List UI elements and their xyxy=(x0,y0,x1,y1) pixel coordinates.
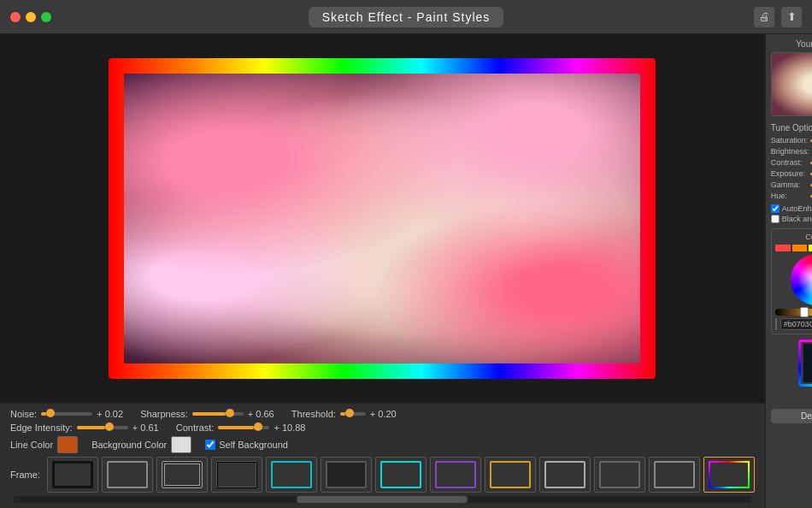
black-and-white-checkbox[interactable] xyxy=(771,215,780,223)
baby-photo xyxy=(124,74,640,363)
line-color-swatch[interactable] xyxy=(57,436,78,453)
rainbow-frame xyxy=(109,58,656,379)
contrast-label: Contrast: xyxy=(176,422,215,433)
frame-thumb-2[interactable] xyxy=(156,457,208,493)
controls-row-1: Noise: + 0.02 Sharpness: + 0.66 xyxy=(10,409,755,419)
self-background-group: Self Background xyxy=(205,440,288,450)
saturation-label: Saturation: xyxy=(771,136,809,145)
gamma-control: Gamma: + 0.81 xyxy=(771,180,812,189)
edge-intensity-slider[interactable] xyxy=(77,426,128,429)
frame-thumb-10[interactable] xyxy=(594,457,645,493)
bottom-controls: Noise: + 0.02 Sharpness: + 0.66 xyxy=(0,403,765,508)
frame-thumb-8[interactable] xyxy=(485,457,536,493)
background-color-label: Background Color xyxy=(91,440,167,450)
threshold-label: Threshold: xyxy=(291,409,336,419)
contrast-value: + 10.88 xyxy=(274,422,305,433)
noise-control: Noise: + 0.02 xyxy=(10,409,127,419)
rainbow-frame-inner xyxy=(124,74,640,363)
hue-control: Hue: - 3.14 xyxy=(771,192,812,200)
frame-thumb-5[interactable] xyxy=(321,457,372,493)
titlebar: Sketch Effect - Paint Styles 🖨 ⬆ xyxy=(0,0,812,34)
sharpness-slider[interactable] xyxy=(192,412,244,416)
colors-section: Colors xyxy=(771,228,812,334)
right-panel: Your photo + Tune Options Saturation: + … xyxy=(765,34,812,508)
color-swatch-yellow[interactable] xyxy=(809,245,812,251)
color-wheel[interactable] xyxy=(791,254,812,305)
frame-row: Frame: xyxy=(10,457,755,493)
frame-thumb-4[interactable] xyxy=(266,457,317,493)
frame-thumb-9[interactable] xyxy=(539,457,591,493)
auto-enhance-row: AutoEnhance xyxy=(771,204,812,213)
scrollbar-container xyxy=(10,496,755,503)
frame-thumb-3[interactable] xyxy=(211,457,262,493)
auto-enhance-label: AutoEnhance xyxy=(782,204,812,213)
color-swatches-bar xyxy=(775,245,812,251)
close-button[interactable] xyxy=(10,12,21,22)
frame-thumb-12[interactable] xyxy=(703,457,755,493)
color-hex-input[interactable] xyxy=(780,318,812,330)
share-button[interactable]: ⬆ xyxy=(781,7,802,27)
selected-color-swatch[interactable] xyxy=(775,318,777,330)
canvas-area: Noise: + 0.02 Sharpness: + 0.66 xyxy=(0,34,765,508)
gamma-label: Gamma: xyxy=(771,180,808,189)
edge-intensity-value: + 0.61 xyxy=(132,422,162,433)
noise-value: + 0.02 xyxy=(97,409,127,419)
frame-thumb-6[interactable] xyxy=(375,457,427,493)
tune-options-label: Tune Options xyxy=(771,123,812,133)
saturation-control: Saturation: + 0.94 xyxy=(771,136,812,145)
color-wheel-area[interactable] xyxy=(775,254,812,305)
line-color-label: Line Color xyxy=(10,440,53,450)
selected-frame-preview xyxy=(798,340,812,387)
color-swatch-orange[interactable] xyxy=(792,245,808,251)
sharpness-label: Sharpness: xyxy=(140,409,188,419)
color-input-row xyxy=(775,318,812,330)
selected-frame-preview-inner xyxy=(803,343,812,383)
frame-thumb-0[interactable] xyxy=(47,457,98,493)
line-color-group: Line Color xyxy=(10,436,78,453)
titlebar-actions: 🖨 ⬆ xyxy=(754,7,802,27)
minimize-button[interactable] xyxy=(26,12,36,22)
threshold-control: Threshold: + 0.20 xyxy=(291,409,400,419)
exposure-control: Exposure: + 0.52 xyxy=(771,169,812,178)
color-brightness-slider[interactable] xyxy=(775,309,812,316)
sharpness-control: Sharpness: + 0.66 xyxy=(140,409,278,419)
colors-label: Colors xyxy=(775,233,812,241)
print-button[interactable]: 🖨 xyxy=(754,7,774,27)
frame-label: Frame: xyxy=(10,470,40,480)
frame-thumbnails xyxy=(47,457,755,493)
color-swatch-red[interactable] xyxy=(775,245,791,251)
frame-thumb-7[interactable] xyxy=(430,457,481,493)
background-color-group: Background Color xyxy=(91,436,191,453)
edge-intensity-label: Edge Intensity: xyxy=(10,422,73,433)
photo-wrapper xyxy=(109,58,656,379)
image-container xyxy=(9,43,756,394)
self-background-label: Self Background xyxy=(219,440,288,450)
window-title: Sketch Effect - Paint Styles xyxy=(309,7,504,27)
sharpness-value: + 0.66 xyxy=(248,409,278,419)
color-options-row: Line Color Background Color Self Backgro… xyxy=(10,436,755,453)
noise-slider[interactable] xyxy=(41,412,92,416)
defaults-button[interactable]: Defaults xyxy=(771,409,812,423)
threshold-slider[interactable] xyxy=(340,412,366,416)
self-background-checkbox[interactable] xyxy=(205,440,215,450)
main-container: Noise: + 0.02 Sharpness: + 0.66 xyxy=(0,34,812,508)
auto-enhance-checkbox[interactable] xyxy=(771,204,780,213)
contrast-slider[interactable] xyxy=(218,426,269,429)
frame-thumb-11[interactable] xyxy=(649,457,700,493)
your-photo-label: Your photo xyxy=(771,39,812,49)
edge-intensity-control: Edge Intensity: + 0.61 xyxy=(10,422,162,433)
fullscreen-button[interactable] xyxy=(41,12,51,22)
photo-preview[interactable]: + xyxy=(771,52,812,116)
background-color-swatch[interactable] xyxy=(171,436,191,453)
preview-section: Save xyxy=(771,340,812,405)
brightness-control: Brightness: + 0.00 xyxy=(771,147,812,156)
contrast-tune-control: Contrast: + 1.15 xyxy=(771,158,812,167)
threshold-value: + 0.20 xyxy=(370,409,400,419)
brightness-label: Brightness: xyxy=(771,147,809,156)
traffic-lights xyxy=(10,12,51,22)
black-and-white-label: Black and White xyxy=(782,215,812,223)
noise-label: Noise: xyxy=(10,409,37,419)
contrast-tune-label: Contrast: xyxy=(771,158,808,167)
frame-thumb-1[interactable] xyxy=(102,457,153,493)
horizontal-scrollbar[interactable] xyxy=(14,496,751,503)
